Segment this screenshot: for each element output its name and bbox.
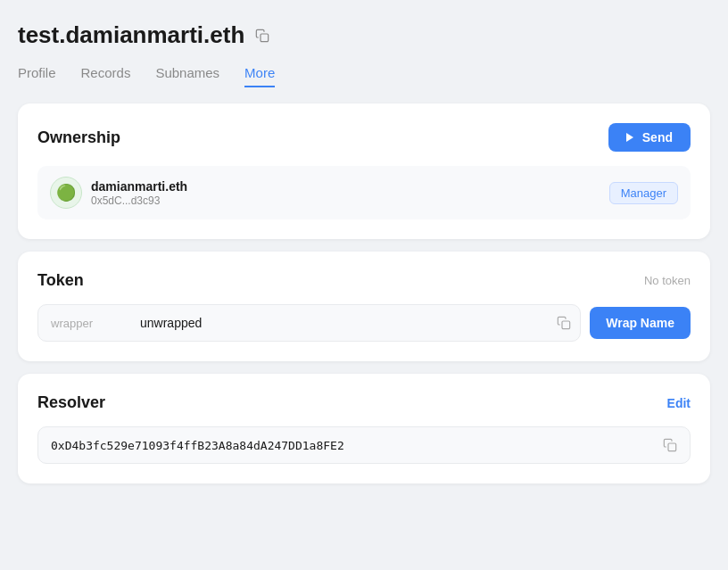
wrapper-row: wrapper unwrapped (37, 304, 581, 342)
resolver-card: Resolver Edit 0xD4b3fc529e71093f4ffB23A8… (18, 374, 710, 483)
token-card-header: Token No token (37, 271, 691, 290)
svg-rect-2 (668, 443, 676, 451)
resolver-title: Resolver (37, 393, 105, 412)
token-card: Token No token wrapper unwrapped Wrap Na… (18, 252, 710, 361)
page-header: test.damianmarti.eth (18, 21, 710, 49)
tab-records[interactable]: Records (81, 65, 131, 87)
resolver-edit-button[interactable]: Edit (667, 396, 691, 410)
ownership-address: 0x5dC...d3c93 (91, 194, 187, 207)
tab-more[interactable]: More (244, 65, 275, 87)
token-row-container: wrapper unwrapped Wrap Name (37, 304, 691, 342)
resolver-value-row: 0xD4b3fc529e71093f4ffB23A8a84dA247DD1a8F… (37, 426, 691, 464)
token-title: Token (37, 271, 84, 290)
ownership-card: Ownership Send 🟢 damianmarti.eth 0x5dC..… (18, 103, 710, 239)
ownership-name: damianmarti.eth (91, 179, 187, 194)
svg-rect-1 (562, 321, 570, 329)
avatar: 🟢 (50, 177, 82, 209)
tab-profile[interactable]: Profile (18, 65, 56, 87)
copy-icon (557, 316, 571, 330)
ownership-card-header: Ownership Send (37, 123, 691, 152)
wrapper-label: wrapper (38, 306, 136, 341)
page-title: test.damianmarti.eth (18, 21, 244, 49)
wrap-name-button[interactable]: Wrap Name (590, 307, 691, 339)
copy-icon (255, 29, 269, 43)
title-copy-button[interactable] (253, 27, 271, 45)
wrapper-value: unwrapped (136, 305, 548, 341)
ownership-left: 🟢 damianmarti.eth 0x5dC...d3c93 (50, 177, 187, 209)
tab-subnames[interactable]: Subnames (155, 65, 219, 87)
svg-rect-0 (261, 34, 269, 42)
send-button[interactable]: Send (608, 123, 691, 152)
no-token-label: No token (644, 274, 691, 287)
wrapper-copy-button[interactable] (548, 305, 580, 341)
resolver-address: 0xD4b3fc529e71093f4ffB23A8a84dA247DD1a8F… (51, 439, 654, 452)
ownership-info: damianmarti.eth 0x5dC...d3c93 (91, 179, 187, 207)
ownership-row: 🟢 damianmarti.eth 0x5dC...d3c93 Manager (37, 166, 691, 219)
resolver-card-header: Resolver Edit (37, 393, 691, 412)
resolver-copy-button[interactable] (654, 438, 677, 452)
manager-badge: Manager (609, 182, 678, 204)
ownership-title: Ownership (37, 128, 120, 147)
tabs-nav: Profile Records Subnames More (18, 65, 710, 87)
send-icon (626, 133, 633, 142)
copy-icon (663, 438, 677, 452)
